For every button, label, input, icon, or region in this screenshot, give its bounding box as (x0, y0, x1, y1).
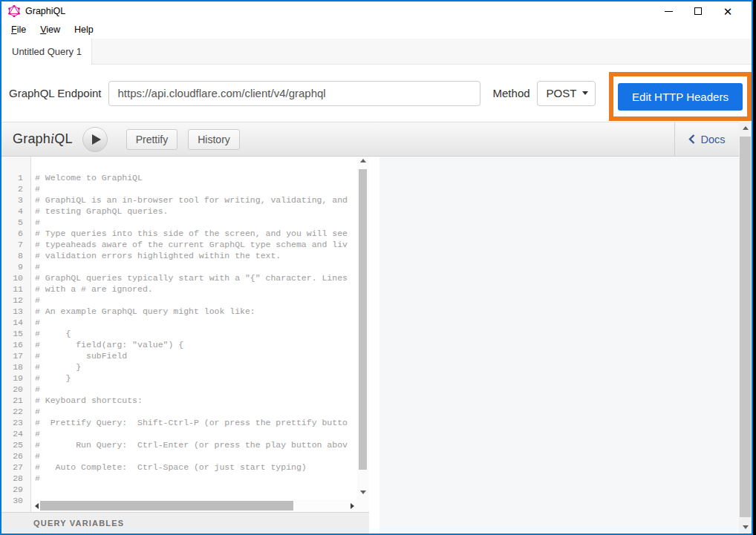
code-line[interactable]: # field(arg: "value") { (31, 339, 357, 350)
execute-query-button[interactable] (82, 127, 108, 152)
line-number: 28 (1, 473, 30, 484)
line-number: 6 (1, 228, 30, 239)
line-number: 8 (1, 250, 30, 261)
tabbar: Untitled Query 1 (1, 39, 752, 65)
maximize-icon (694, 7, 702, 15)
result-pane (379, 157, 739, 534)
method-select[interactable]: POST (537, 81, 596, 106)
line-number: 20 (1, 384, 30, 395)
window-controls: ✕ (654, 1, 743, 21)
graphiql-logo: GraphiQL (13, 131, 73, 147)
graphiql-section: GraphiQL Prettify History Docs 123456789… (1, 122, 752, 534)
highlight-annotation: Edit HTTP Headers (609, 72, 752, 121)
line-number: 7 (1, 239, 30, 250)
code-line[interactable]: # Run Query: Ctrl-Enter (or press the pl… (31, 439, 357, 450)
code-line[interactable]: # { (31, 328, 357, 339)
scroll-right-arrow[interactable] (347, 499, 357, 512)
line-number: 26 (1, 450, 30, 462)
endpoint-row: GraphQL Endpoint Method POST Edit HTTP H… (1, 65, 752, 122)
editor-code[interactable]: # Welcome to GraphiQL## GraphiQL is an i… (31, 157, 357, 512)
code-line[interactable] (31, 484, 357, 495)
scroll-down-arrow[interactable] (357, 490, 369, 494)
code-line[interactable]: # GraphQL queries typically start with a… (31, 272, 357, 283)
close-button[interactable]: ✕ (713, 1, 743, 21)
menu-view[interactable]: View (40, 24, 60, 35)
code-line[interactable]: # (31, 450, 357, 462)
code-line[interactable]: # (31, 183, 357, 194)
graphql-logo-icon (8, 5, 20, 17)
code-line[interactable]: # An example GraphQL query might look li… (31, 306, 357, 317)
endpoint-input[interactable] (108, 81, 480, 106)
code-line[interactable]: # (31, 473, 357, 484)
query-variables-title: QUERY VARIABLES (33, 519, 124, 528)
code-line[interactable]: # (31, 428, 357, 439)
code-line[interactable]: # validation errors highlighted within t… (31, 250, 357, 261)
code-line[interactable]: # (31, 406, 357, 417)
code-line[interactable]: # typeaheads aware of the current GraphQ… (31, 239, 357, 250)
line-number: 30 (1, 495, 30, 506)
minimize-button[interactable] (654, 1, 683, 21)
main-scroll-thumb[interactable] (740, 137, 751, 517)
code-line[interactable]: # (31, 261, 357, 272)
editor-vertical-scrollbar[interactable] (357, 157, 369, 512)
edit-http-headers-button[interactable]: Edit HTTP Headers (618, 83, 743, 111)
line-number: 11 (1, 283, 30, 295)
scroll-down-arrow[interactable] (739, 521, 752, 534)
line-number: 27 (1, 462, 30, 473)
method-value: POST (547, 87, 577, 99)
line-number: 15 (1, 328, 30, 339)
line-number: 3 (1, 194, 30, 206)
vertical-scroll-thumb[interactable] (359, 169, 367, 470)
code-line[interactable]: # GraphiQL is an in-browser tool for wri… (31, 194, 357, 206)
prettify-button[interactable]: Prettify (126, 129, 178, 150)
code-line[interactable]: # with a # are ignored. (31, 283, 357, 295)
code-line[interactable]: # Type queries into this side of the scr… (31, 228, 357, 239)
menu-file[interactable]: File (11, 24, 26, 35)
line-number: 29 (1, 484, 30, 495)
line-number: 2 (1, 183, 30, 194)
code-line[interactable]: # (31, 217, 357, 228)
code-line[interactable]: # (31, 384, 357, 395)
line-number: 24 (1, 428, 30, 439)
line-number: 10 (1, 272, 30, 283)
code-line[interactable]: # Welcome to GraphiQL (31, 172, 357, 183)
code-line[interactable]: # subField (31, 350, 357, 361)
line-number: 25 (1, 439, 30, 450)
line-number: 12 (1, 295, 30, 306)
scroll-up-arrow[interactable] (739, 122, 752, 134)
play-icon (92, 134, 101, 145)
history-button[interactable]: History (188, 129, 240, 150)
docs-button[interactable]: Docs (674, 122, 739, 156)
line-number: 9 (1, 261, 30, 272)
docs-label: Docs (700, 134, 725, 145)
line-number: 14 (1, 317, 30, 328)
maximize-button[interactable] (683, 1, 713, 21)
editor-gutter: 1234567891011121314151617181920212223242… (1, 157, 31, 512)
close-icon: ✕ (723, 6, 733, 17)
editor-horizontal-scrollbar[interactable] (31, 499, 357, 512)
code-line[interactable]: # (31, 295, 357, 306)
line-number: 23 (1, 417, 30, 428)
scroll-up-arrow[interactable] (357, 159, 369, 163)
code-line[interactable]: # Keyboard shortcuts: (31, 395, 357, 406)
code-line[interactable]: # } (31, 372, 357, 384)
line-number: 5 (1, 217, 30, 228)
menu-help[interactable]: Help (74, 24, 94, 35)
endpoint-label: GraphQL Endpoint (9, 87, 102, 99)
code-line[interactable]: # Auto Complete: Ctrl-Space (or just sta… (31, 462, 357, 473)
tab-label: Untitled Query 1 (12, 46, 82, 57)
window-title: GraphiQL (25, 6, 65, 16)
query-editor-pane: 1234567891011121314151617181920212223242… (1, 157, 369, 534)
code-line[interactable]: # (31, 317, 357, 328)
tab-untitled-query[interactable]: Untitled Query 1 (1, 39, 92, 65)
code-line[interactable]: # testing GraphQL queries. (31, 206, 357, 217)
query-variables-bar[interactable]: QUERY VARIABLES (1, 512, 369, 534)
code-line[interactable]: # } (31, 361, 357, 372)
app-window: GraphiQL ✕ File View Help Untitled Query… (0, 0, 753, 535)
main-scrollbar[interactable] (739, 122, 752, 534)
code-line[interactable]: # Prettify Query: Shift-Ctrl-P (or press… (31, 417, 357, 428)
method-label: Method (493, 87, 530, 99)
horizontal-scroll-thumb[interactable] (40, 501, 293, 511)
minimize-icon (665, 11, 673, 12)
line-number: 1 (1, 172, 30, 183)
